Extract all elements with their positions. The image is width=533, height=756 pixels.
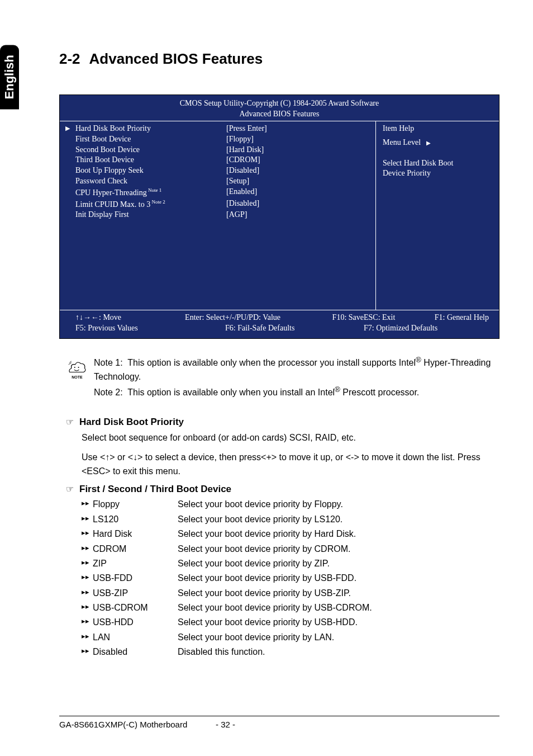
help-desc-line1: Select Hard Disk Boot — [383, 158, 492, 169]
option-description: Select your boot device priority by LS12… — [178, 512, 499, 527]
option-name: Disabled — [93, 645, 178, 659]
bios-setting-row: Third Boot Device[CDROM] — [75, 155, 365, 166]
language-tab: English — [0, 45, 19, 109]
bios-setting-row: Limit CPUID Max. to 3 Note 2[Disabled] — [75, 199, 365, 210]
footer-save: F10: Save — [332, 313, 364, 323]
boot-option-row: ▸▸FloppySelect your boot device priority… — [82, 497, 499, 512]
setting-value: [Enabled] — [226, 187, 365, 199]
pointer-icon: ☞ — [66, 484, 74, 494]
help-desc-line2: Device Priority — [383, 168, 492, 179]
double-arrow-icon: ▸▸ — [82, 571, 93, 585]
double-arrow-icon: ▸▸ — [82, 601, 93, 615]
setting-label: Boot Up Floppy Seek — [75, 166, 226, 176]
setting-value: [Setup] — [226, 176, 365, 187]
hard-disk-priority-heading: ☞Hard Disk Boot Priority — [63, 417, 499, 428]
note-icon: NOTE — [66, 357, 88, 379]
setting-label: Hard Disk Boot Priority — [75, 124, 226, 134]
double-arrow-icon: ▸▸ — [82, 645, 93, 659]
note-block: NOTE Note 1: This option is available on… — [59, 355, 499, 400]
setting-label: Limit CPUID Max. to 3 Note 2 — [75, 199, 226, 210]
footer-page-number: - 32 - — [216, 720, 499, 729]
bios-setting-row: Init Display First[AGP] — [75, 210, 365, 220]
boot-option-row: ▸▸USB-HDDSelect your boot device priorit… — [82, 615, 499, 630]
footer-exit: ESC: Exit — [364, 313, 395, 323]
boot-option-row: ▸▸Hard DiskSelect your boot device prior… — [82, 527, 499, 541]
setting-value: [Disabled] — [226, 199, 365, 210]
hd-paragraph-2: Use <↑> or <↓> to select a device, then … — [82, 451, 499, 479]
bios-screenshot: CMOS Setup Utility-Copyright (C) 1984-20… — [59, 94, 499, 339]
option-description: Select your boot device priority by CDRO… — [178, 542, 499, 556]
bios-setting-row: Hard Disk Boot Priority[Press Enter] — [75, 124, 365, 134]
bios-setting-row: First Boot Device[Floppy] — [75, 134, 365, 145]
bios-settings-panel: ▶ Hard Disk Boot Priority[Press Enter]Fi… — [60, 121, 376, 310]
footer-model: GA-8S661GXMP(-C) Motherboard — [59, 720, 216, 729]
setting-value: [AGP] — [226, 210, 365, 220]
item-help-title: Item Help — [383, 124, 492, 134]
footer-prev: F5: Previous Values — [75, 323, 225, 334]
option-description: Select your boot device priority by LAN. — [178, 630, 499, 645]
setting-label: First Boot Device — [75, 134, 226, 145]
setting-label: CPU Hyper-Threading Note 1 — [75, 187, 226, 199]
boot-option-row: ▸▸USB-CDROMSelect your boot device prior… — [82, 601, 499, 615]
bios-header-line1: CMOS Setup Utility-Copyright (C) 1984-20… — [60, 98, 499, 109]
option-description: Select your boot device priority by Hard… — [178, 527, 499, 541]
double-arrow-icon: ▸▸ — [82, 512, 93, 527]
option-description: Select your boot device priority by USB-… — [178, 601, 499, 615]
setting-value: [Hard Disk] — [226, 145, 365, 155]
option-name: USB-CDROM — [93, 601, 178, 615]
bios-help-panel: Item Help Menu Level ▶ Select Hard Disk … — [376, 121, 499, 310]
option-description: Select your boot device priority by USB-… — [178, 571, 499, 585]
page-footer: GA-8S661GXMP(-C) Motherboard - 32 - — [59, 716, 499, 729]
option-description: Disabled this function. — [178, 645, 499, 659]
footer-select: Enter: Select — [185, 313, 225, 323]
option-name: Hard Disk — [93, 527, 178, 541]
setting-value: [CDROM] — [226, 155, 365, 166]
bios-header: CMOS Setup Utility-Copyright (C) 1984-20… — [60, 95, 499, 121]
double-arrow-icon: ▸▸ — [82, 542, 93, 556]
footer-help: F1: General Help — [435, 313, 489, 323]
note-superscript: Note 1 — [147, 187, 162, 193]
boot-option-row: ▸▸CDROMSelect your boot device priority … — [82, 542, 499, 556]
option-name: USB-HDD — [93, 615, 178, 630]
option-name: LS120 — [93, 512, 178, 527]
boot-option-row: ▸▸USB-ZIPSelect your boot device priorit… — [82, 586, 499, 601]
bios-footer: ↑↓→←: Move Enter: Select F5: Previous Va… — [60, 310, 499, 338]
note-icon-label: NOTE — [72, 375, 82, 379]
option-description: Select your boot device priority by USB-… — [178, 586, 499, 601]
setting-label: Init Display First — [75, 210, 226, 220]
bios-header-line2: Advanced BIOS Features — [60, 109, 499, 120]
setting-label: Password Check — [75, 176, 226, 187]
option-description: Select your boot device priority by ZIP. — [178, 556, 499, 571]
double-arrow-icon: ▸▸ — [82, 497, 93, 512]
option-name: USB-FDD — [93, 571, 178, 585]
double-arrow-icon: ▸▸ — [82, 586, 93, 601]
boot-option-row: ▸▸ZIPSelect your boot device priority by… — [82, 556, 499, 571]
section-title-text: Advanced BIOS Features — [89, 50, 263, 67]
option-description: Select your boot device priority by Flop… — [178, 497, 499, 512]
svg-point-1 — [78, 367, 79, 368]
boot-option-row: ▸▸DisabledDisabled this function. — [82, 645, 499, 659]
note-superscript: Note 2 — [150, 199, 165, 205]
section-number: 2-2 — [59, 50, 80, 67]
footer-value: +/-/PU/PD: Value — [225, 313, 280, 323]
triangle-right-icon: ▶ — [65, 125, 70, 132]
double-arrow-icon: ▸▸ — [82, 615, 93, 630]
menu-level-label: Menu Level — [383, 138, 421, 147]
boot-option-row: ▸▸LANSelect your boot device priority by… — [82, 630, 499, 645]
bios-setting-row: Boot Up Floppy Seek[Disabled] — [75, 166, 365, 176]
boot-option-row: ▸▸USB-FDDSelect your boot device priorit… — [82, 571, 499, 585]
option-name: USB-ZIP — [93, 586, 178, 601]
bios-setting-row: CPU Hyper-Threading Note 1[Enabled] — [75, 187, 365, 199]
section-heading: 2-2Advanced BIOS Features — [59, 50, 499, 68]
option-name: LAN — [93, 630, 178, 645]
double-arrow-icon: ▸▸ — [82, 630, 93, 645]
option-name: CDROM — [93, 542, 178, 556]
setting-value: [Floppy] — [226, 134, 365, 145]
setting-label: Second Boot Device — [75, 145, 226, 155]
boot-option-row: ▸▸LS120Select your boot device priority … — [82, 512, 499, 527]
hd-paragraph-1: Select boot sequence for onboard (or add… — [82, 431, 499, 445]
option-name: Floppy — [93, 497, 178, 512]
triangle-right-icon: ▶ — [426, 140, 431, 146]
option-name: ZIP — [93, 556, 178, 571]
svg-point-0 — [74, 367, 75, 368]
